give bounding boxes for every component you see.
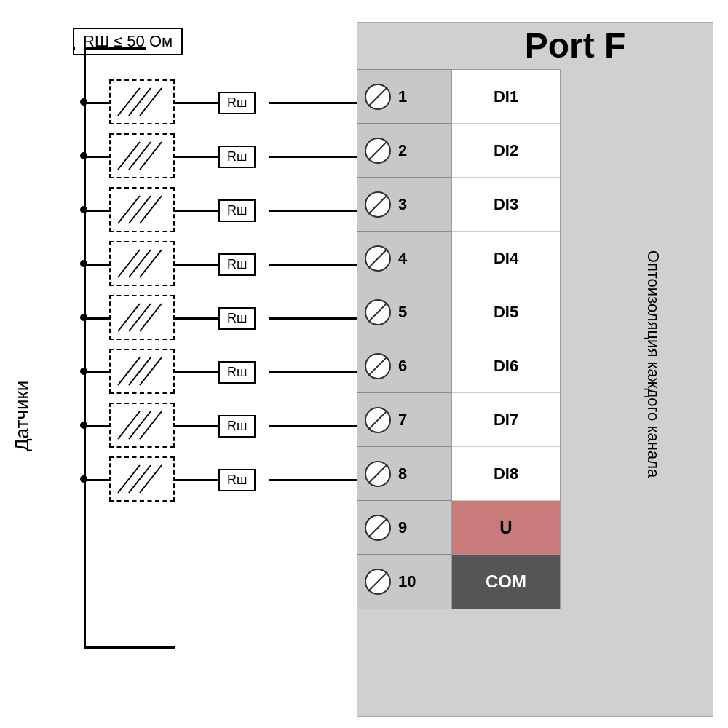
v-line-to-box — [84, 47, 86, 73]
bus-dot-5 — [80, 314, 87, 321]
h-line-rsh-terminal-4 — [269, 264, 360, 266]
h-line-bus-sensor-4 — [84, 264, 111, 266]
bus-dot-6 — [80, 368, 87, 375]
bus-dot-4 — [80, 260, 87, 267]
bus-dot-8 — [80, 475, 87, 483]
terminal-row-8: 8 — [357, 447, 451, 501]
h-line-rsh-terminal-1 — [269, 102, 360, 104]
svg-line-6 — [118, 196, 140, 223]
svg-line-9 — [118, 250, 140, 277]
svg-line-15 — [118, 357, 140, 385]
rsh-box-4: Rш — [218, 253, 256, 276]
row-num-8: 8 — [398, 464, 407, 483]
row-num-6: 6 — [398, 357, 407, 376]
svg-line-19 — [129, 411, 151, 439]
terminal-column: 1 2 3 4 — [357, 69, 451, 609]
h-line-sensor-rsh-1 — [175, 102, 218, 104]
di-row-3: DI3 — [452, 178, 560, 232]
circle-slash-icon-2 — [363, 136, 392, 165]
rsh-box-7: Rш — [218, 415, 256, 438]
row-num-9: 9 — [398, 518, 407, 537]
sensor-slash-1 — [111, 81, 173, 123]
h-line-sensor-rsh-6 — [175, 371, 218, 373]
sensor-slash-3 — [111, 189, 173, 231]
svg-line-1 — [129, 88, 151, 116]
sensor-box-6 — [109, 349, 175, 394]
di-row-2: DI2 — [452, 124, 560, 178]
svg-line-17 — [140, 357, 162, 385]
svg-line-4 — [129, 142, 151, 170]
h-line-sensor-rsh-7 — [175, 425, 218, 427]
circle-slash-icon-7 — [363, 405, 392, 435]
svg-line-18 — [118, 411, 140, 439]
main-container: Port F Оптоизоляция каждого канала RШ ≤ … — [0, 0, 728, 728]
sensor-slash-7 — [111, 404, 173, 446]
svg-line-2 — [140, 88, 162, 116]
h-line-bus-sensor-7 — [84, 425, 111, 427]
svg-line-7 — [129, 196, 151, 223]
sensor-slash-2 — [111, 135, 173, 177]
rsh-box-5: Rш — [218, 307, 256, 330]
svg-line-10 — [129, 250, 151, 277]
di-row-7: DI7 — [452, 393, 560, 447]
row-num-7: 7 — [398, 411, 407, 430]
svg-line-13 — [129, 304, 151, 331]
svg-line-12 — [118, 304, 140, 331]
di-label-panel: DI1 DI2 DI3 DI4 DI5 DI6 DI7 DI8 U COM — [451, 69, 561, 609]
h-line-sensor-rsh-3 — [175, 210, 218, 212]
svg-line-14 — [140, 304, 162, 331]
terminal-row-9: 9 — [357, 501, 451, 555]
h-line-sensor-rsh-2 — [175, 156, 218, 158]
circle-slash-icon-10 — [363, 567, 392, 596]
h-line-rsh-terminal-8 — [269, 479, 360, 481]
sensor-slash-6 — [111, 350, 173, 392]
sensor-box-4 — [109, 241, 175, 286]
h-line-sensor-rsh-4 — [175, 264, 218, 266]
h-line-bus-sensor-3 — [84, 210, 111, 212]
di-row-5: DI5 — [452, 285, 560, 339]
h-line-rsh-terminal-2 — [269, 156, 360, 158]
di-row-8: DI8 — [452, 447, 560, 501]
svg-line-22 — [129, 465, 151, 493]
h-line-sensor-rsh-8 — [175, 479, 218, 481]
di-row-6: DI6 — [452, 339, 560, 393]
h-line-rsh-terminal-5 — [269, 317, 360, 320]
sensor-box-2 — [109, 133, 175, 178]
rsh-box-6: Rш — [218, 361, 256, 384]
row-num-2: 2 — [398, 141, 407, 160]
port-f-title: Port F — [451, 25, 699, 66]
circle-slash-icon-4 — [363, 244, 392, 273]
circle-slash-icon-9 — [363, 513, 392, 542]
di-row-4: DI4 — [452, 232, 560, 285]
sensor-box-3 — [109, 187, 175, 232]
bus-dot-3 — [80, 206, 87, 213]
h-line-bus-sensor-2 — [84, 156, 111, 158]
svg-line-3 — [118, 142, 140, 170]
terminal-row-10: 10 — [357, 555, 451, 609]
h-line-rsh-terminal-3 — [269, 210, 360, 212]
rsh-box-8: Rш — [218, 469, 256, 491]
sensor-slash-8 — [111, 458, 173, 500]
u-cell: U — [452, 501, 560, 555]
terminal-row-5: 5 — [357, 285, 451, 339]
terminal-row-4: 4 — [357, 232, 451, 285]
h-line-bottom — [84, 646, 175, 649]
sensor-box-5 — [109, 295, 175, 340]
circle-slash-icon-3 — [363, 190, 392, 219]
row-num-5: 5 — [398, 303, 407, 322]
di-row-1: DI1 — [452, 70, 560, 124]
h-line-sensor-rsh-5 — [175, 317, 218, 320]
svg-line-5 — [140, 142, 162, 170]
h-line-rsh-terminal-7 — [269, 425, 360, 427]
circle-slash-icon-5 — [363, 298, 392, 327]
bus-dot-2 — [80, 152, 87, 159]
svg-line-16 — [129, 357, 151, 385]
terminal-row-3: 3 — [357, 178, 451, 232]
h-line-to-rsh-limit — [73, 47, 75, 50]
sensor-slash-4 — [111, 242, 173, 285]
h-line-bus-sensor-5 — [84, 317, 111, 320]
h-line-bus-sensor-8 — [84, 479, 111, 481]
circle-slash-icon-1 — [363, 82, 392, 111]
circle-slash-icon-8 — [363, 459, 392, 488]
svg-line-0 — [118, 88, 140, 116]
